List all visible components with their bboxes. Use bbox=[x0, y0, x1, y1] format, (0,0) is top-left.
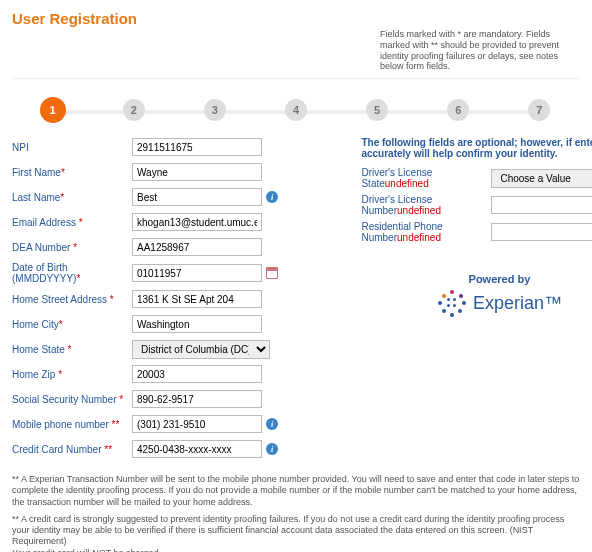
credit-card-number-input[interactable] bbox=[132, 440, 262, 458]
header-mandatory-note: Fields marked with * are mandatory. Fiel… bbox=[380, 29, 580, 72]
field-label: Driver's License Numberundefined bbox=[361, 194, 491, 216]
page-title: User Registration bbox=[12, 0, 580, 31]
field-row: Driver's License Stateundefined Choose a… bbox=[361, 167, 592, 189]
step-4[interactable]: 4 bbox=[255, 99, 336, 121]
disclaimer-paragraph: ** A credit card is strongly suggested t… bbox=[12, 514, 580, 552]
field-row: NPI bbox=[12, 137, 341, 157]
field-row: DEA Number * bbox=[12, 237, 341, 257]
field-row: Credit Card Number ** i bbox=[12, 439, 341, 459]
experian-logo-icon bbox=[437, 288, 467, 318]
field-label: Home City* bbox=[12, 319, 132, 330]
field-label: DEA Number * bbox=[12, 242, 132, 253]
home-zip-input[interactable] bbox=[132, 365, 262, 383]
home-street-address-input[interactable] bbox=[132, 290, 262, 308]
left-column: NPI First Name* Last Name* i Email Addre… bbox=[12, 137, 341, 464]
disclaimer-block: ** A Experian Transaction Number will be… bbox=[12, 474, 580, 552]
field-label: First Name* bbox=[12, 167, 132, 178]
disclaimer-paragraph: ** A Experian Transaction Number will be… bbox=[12, 474, 580, 508]
home-state-select[interactable]: District of Columbia (DC) bbox=[132, 340, 270, 359]
field-label: Driver's License Stateundefined bbox=[361, 167, 491, 189]
step-6[interactable]: 6 bbox=[418, 99, 499, 121]
step-7[interactable]: 7 bbox=[499, 99, 580, 121]
dea-number-input[interactable] bbox=[132, 238, 262, 256]
field-label: Last Name* bbox=[12, 192, 132, 203]
field-label: NPI bbox=[12, 142, 132, 153]
info-icon[interactable]: i bbox=[266, 191, 278, 203]
field-row: First Name* bbox=[12, 162, 341, 182]
field-label: Home Street Address * bbox=[12, 294, 132, 305]
experian-badge: Powered by Experian™ bbox=[361, 273, 592, 318]
date-of-birth-mmddyyyy--input[interactable] bbox=[132, 264, 262, 282]
field-label: Social Security Number * bbox=[12, 394, 132, 405]
social-security-number-input[interactable] bbox=[132, 390, 262, 408]
field-label: Date of Birth (MMDDYYYY)* bbox=[12, 262, 132, 284]
step-5[interactable]: 5 bbox=[337, 99, 418, 121]
field-label: Mobile phone number ** bbox=[12, 419, 132, 430]
driver-s-license-state-select[interactable]: Choose a Value bbox=[491, 169, 592, 188]
first-name-input[interactable] bbox=[132, 163, 262, 181]
info-icon[interactable]: i bbox=[266, 443, 278, 455]
calendar-icon[interactable] bbox=[266, 267, 278, 279]
field-row: Date of Birth (MMDDYYYY)* bbox=[12, 262, 341, 284]
field-row: Social Security Number * bbox=[12, 389, 341, 409]
last-name-input[interactable] bbox=[132, 188, 262, 206]
step-wizard: 1 2 3 4 5 6 7 bbox=[12, 78, 580, 133]
field-label: Home State * bbox=[12, 344, 132, 355]
home-city-input[interactable] bbox=[132, 315, 262, 333]
field-row: Residential Phone Numberundefined i bbox=[361, 221, 592, 243]
field-row: Home Zip * bbox=[12, 364, 341, 384]
field-label: Email Address * bbox=[12, 217, 132, 228]
field-row: Home Street Address * bbox=[12, 289, 341, 309]
step-1[interactable]: 1 bbox=[12, 97, 93, 123]
field-row: Driver's License Numberundefined i bbox=[361, 194, 592, 216]
step-2[interactable]: 2 bbox=[93, 99, 174, 121]
field-row: Email Address * bbox=[12, 212, 341, 232]
mobile-phone-number-input[interactable] bbox=[132, 415, 262, 433]
residential-phone-number-input[interactable] bbox=[491, 223, 592, 241]
field-row: Last Name* i bbox=[12, 187, 341, 207]
npi-input[interactable] bbox=[132, 138, 262, 156]
experian-name: Experian™ bbox=[473, 293, 562, 314]
field-label: Credit Card Number ** bbox=[12, 444, 132, 455]
right-column: The following fields are optional; howev… bbox=[361, 137, 592, 464]
driver-s-license-number-input[interactable] bbox=[491, 196, 592, 214]
field-label: Residential Phone Numberundefined bbox=[361, 221, 491, 243]
email-address-input[interactable] bbox=[132, 213, 262, 231]
step-3[interactable]: 3 bbox=[174, 99, 255, 121]
field-label: Home Zip * bbox=[12, 369, 132, 380]
field-row: Mobile phone number ** i bbox=[12, 414, 341, 434]
field-row: Home City* bbox=[12, 314, 341, 334]
optional-note: The following fields are optional; howev… bbox=[361, 137, 592, 159]
field-row: Home State * District of Columbia (DC) bbox=[12, 339, 341, 359]
info-icon[interactable]: i bbox=[266, 418, 278, 430]
